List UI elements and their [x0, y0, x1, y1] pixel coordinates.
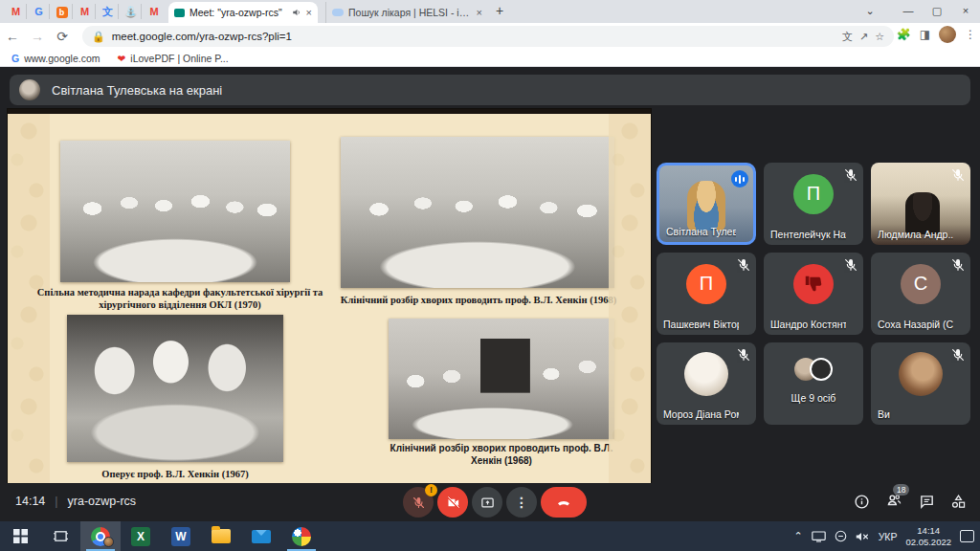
tab-close-icon[interactable]: × [477, 7, 482, 18]
bookmark-star-icon[interactable]: ☆ [875, 31, 884, 43]
bookmark-ilovepdf[interactable]: ❤ iLovePDF | Online P... [118, 53, 229, 64]
slide-photo-surgery-1967 [67, 315, 283, 462]
participants-grid: Світлана Тулевс... П Пентелейчук Нат... … [657, 163, 970, 425]
overflow-count-label: Ще 9 осіб [764, 392, 863, 404]
bookmark-google[interactable]: G www.google.com [11, 53, 100, 64]
network-display-icon[interactable] [812, 531, 826, 542]
share-icon[interactable]: ↗ [859, 31, 868, 43]
excel-icon: X [131, 527, 150, 546]
participant-tile-overflow[interactable]: Ще 9 осіб [764, 342, 863, 425]
tab-meet[interactable]: Meet: "yra-ozwp-rcs" × [168, 2, 318, 23]
camera-off-icon [446, 496, 460, 510]
profile-avatar[interactable] [939, 26, 956, 43]
tab-close-icon[interactable]: × [306, 7, 312, 18]
action-center-icon[interactable] [960, 530, 974, 542]
participant-name: Світлана Тулевс... [666, 226, 736, 237]
tab-search-chevron-icon[interactable]: ⌄ [856, 0, 884, 23]
volume-muted-icon[interactable] [856, 531, 870, 542]
participant-tile-you[interactable]: Ви [871, 342, 970, 425]
side-panel-icon[interactable]: ◨ [920, 28, 930, 41]
pinned-tab-gmail-icon[interactable]: M [144, 4, 165, 19]
taskbar-paint-button[interactable] [281, 521, 322, 551]
avatar-initial: П [686, 264, 726, 304]
mic-off-icon [950, 347, 966, 363]
people-panel-button[interactable]: 18 [885, 492, 903, 512]
task-view-button[interactable] [40, 521, 80, 551]
bookmarks-bar: G www.google.com ❤ iLovePDF | Online P..… [0, 50, 980, 67]
paint-icon [292, 527, 311, 546]
meet-favicon [174, 9, 185, 17]
participant-tile-shandro[interactable]: Шандро Костянт... [764, 253, 863, 335]
forward-button[interactable]: → [25, 29, 50, 44]
taskbar-explorer-button[interactable] [201, 521, 241, 551]
file-explorer-icon [212, 529, 231, 543]
mic-toggle-button[interactable]: ! [403, 487, 434, 518]
participant-tile-penteleichuk[interactable]: П Пентелейчук Нат... [764, 163, 863, 245]
call-end-icon [555, 494, 572, 511]
participant-name: Ви [878, 408, 953, 420]
slide-caption: Клінічний розбір хворих проводить проф. … [335, 294, 622, 306]
new-tab-button[interactable]: + [496, 3, 503, 18]
heart-icon: ❤ [118, 53, 126, 64]
taskbar-chrome-button[interactable] [80, 521, 121, 551]
photo-avatar [684, 352, 728, 396]
participant-tile-sokha[interactable]: С Соха Назарій (Ст... [871, 253, 970, 335]
avatar-initial: С [901, 264, 941, 304]
taskbar-word-button[interactable]: W [161, 521, 201, 551]
browser-menu-icon[interactable]: ⋮ [965, 28, 976, 41]
window-minimize-button[interactable]: — [894, 0, 923, 23]
thumbs-down-avatar [793, 264, 834, 304]
camera-toggle-button[interactable] [437, 487, 468, 518]
translate-icon[interactable]: 文 [842, 30, 853, 44]
bookmark-label: iLovePDF | Online P... [130, 53, 228, 64]
tab-audio-icon[interactable] [292, 8, 301, 17]
meeting-details-icon[interactable] [854, 494, 870, 510]
browser-tab-strip: M G b M 文 ⛲ M Meet: "yra-ozwp-rcs" × Пош… [0, 0, 980, 23]
language-indicator[interactable]: УКР [879, 531, 898, 542]
more-options-button[interactable]: ⋮ [506, 487, 537, 518]
url-text[interactable]: meet.google.com/yra-ozwp-rcs?pli=1 [112, 31, 835, 42]
chat-icon[interactable] [919, 494, 935, 510]
pinned-tab-gmail-icon[interactable]: M [6, 4, 27, 19]
leave-call-button[interactable] [541, 487, 587, 518]
window-maximize-button[interactable]: ▢ [923, 0, 951, 23]
participant-tile-liudmyla[interactable]: Людмила Андр... [871, 163, 970, 245]
pinned-tab-google-icon[interactable]: G [29, 4, 50, 19]
taskbar-excel-button[interactable]: X [121, 521, 161, 551]
tab-title: Пошук лікаря | HELSI - інформа [348, 7, 472, 18]
meet-stage: Світлана Тулевська на екрані Спільна мет… [0, 67, 980, 483]
presenting-banner: Світлана Тулевська на екрані [10, 75, 970, 105]
participant-tile-svitlana[interactable]: Світлана Тулевс... [657, 163, 756, 245]
hidden-icons-chevron-icon[interactable]: ⌃ [793, 530, 802, 542]
slide-caption: Спільна методична нарада кафедри факульт… [29, 286, 331, 311]
participant-tile-moroz[interactable]: Мороз Діана Ром... [657, 342, 756, 425]
desktop: M G b M 文 ⛲ M Meet: "yra-ozwp-rcs" × Пош… [0, 0, 980, 551]
lock-icon: 🔒 [92, 31, 105, 43]
back-button[interactable]: ← [0, 29, 25, 44]
slide-photo-xray-1968 [389, 319, 614, 439]
pinned-tab-translate-icon[interactable]: 文 [98, 4, 119, 19]
activities-icon[interactable] [950, 494, 967, 510]
present-screen-icon [480, 496, 495, 510]
photo-avatar [899, 352, 943, 396]
taskbar-mail-button[interactable] [241, 521, 281, 551]
pinned-tab-blue-app-icon[interactable]: ⛲ [121, 4, 142, 19]
windows-logo-icon [13, 529, 28, 543]
task-view-icon [54, 529, 68, 543]
address-bar[interactable]: 🔒 meet.google.com/yra-ozwp-rcs?pli=1 文 ↗… [82, 26, 894, 47]
extensions-puzzle-icon[interactable]: 🧩 [897, 28, 911, 41]
taskbar-clock[interactable]: 14:14 02.05.2022 [905, 525, 951, 548]
divider: | [55, 495, 57, 508]
window-close-button[interactable]: × [951, 0, 980, 23]
mail-icon [252, 530, 271, 543]
reload-button[interactable]: ⟳ [50, 29, 75, 44]
participant-name: Шандро Костянт... [770, 319, 846, 330]
thumbs-down-icon [803, 274, 824, 295]
participant-tile-pashkevych[interactable]: П Пашкевич Вікторі... [657, 253, 756, 335]
onedrive-status-icon[interactable] [835, 530, 847, 542]
pinned-tab-gmail-icon[interactable]: M [75, 4, 96, 19]
pinned-tab-orange-app-icon[interactable]: b [52, 4, 73, 19]
tab-helsi[interactable]: Пошук лікаря | HELSI - інформа × [325, 2, 488, 23]
start-button[interactable] [0, 521, 40, 551]
present-button[interactable] [472, 487, 502, 518]
